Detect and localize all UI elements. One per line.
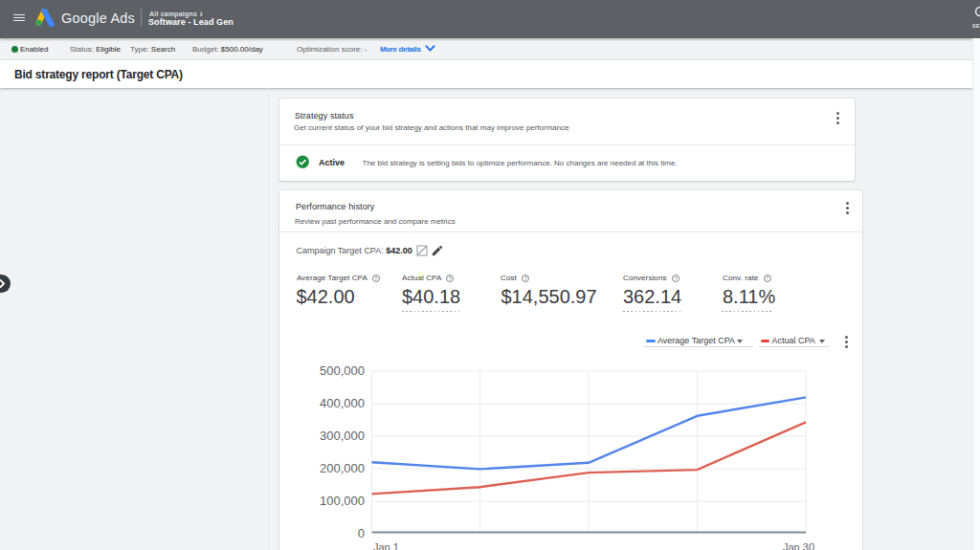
svg-text:Jan 30: Jan 30: [783, 541, 814, 550]
svg-text:500,000: 500,000: [320, 363, 365, 378]
svg-text:Jan 1: Jan 1: [373, 541, 399, 550]
svg-text:200,000: 200,000: [320, 461, 365, 475]
svg-text:400,000: 400,000: [320, 396, 365, 410]
svg-text:100,000: 100,000: [320, 494, 365, 508]
svg-text:300,000: 300,000: [320, 429, 365, 443]
svg-text:0: 0: [358, 526, 365, 540]
